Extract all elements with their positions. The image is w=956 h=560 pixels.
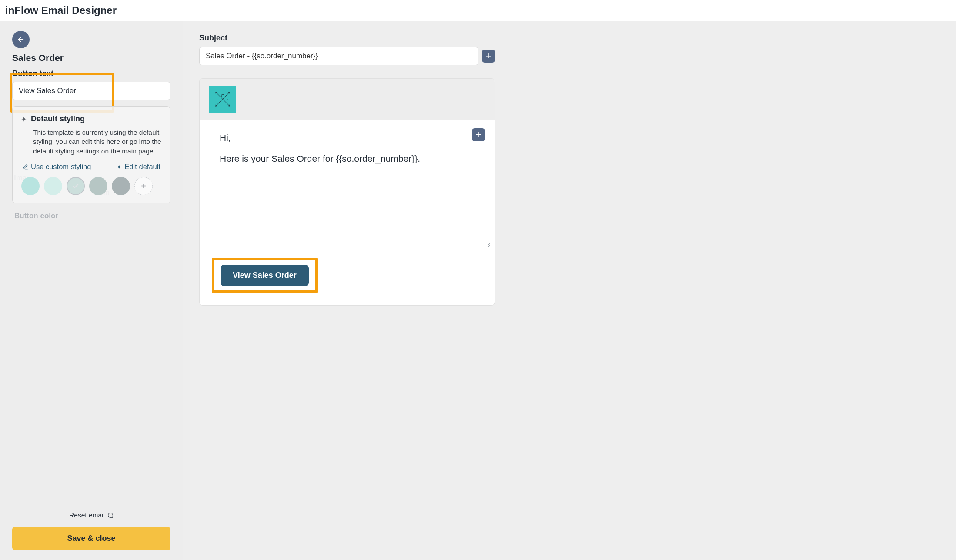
button-text-input[interactable] bbox=[12, 82, 170, 100]
save-close-button[interactable]: Save & close bbox=[12, 527, 170, 550]
reset-email-link[interactable]: Reset email bbox=[69, 511, 114, 519]
insert-variable-body[interactable]: + bbox=[472, 128, 485, 141]
subject-block: Subject + bbox=[199, 33, 495, 65]
custom-styling-link[interactable]: Use custom styling bbox=[22, 163, 91, 171]
ghost-label-button-color: Button color bbox=[14, 212, 58, 220]
plus-icon: + bbox=[141, 181, 146, 191]
cta-wrap: View Sales Order bbox=[200, 250, 495, 305]
edit-default-label: Edit default bbox=[124, 163, 160, 171]
subject-row: + bbox=[199, 47, 495, 65]
swatch-3-selected[interactable] bbox=[67, 177, 85, 195]
svg-point-7 bbox=[221, 94, 224, 97]
svg-text:S: S bbox=[227, 99, 228, 101]
template-name: Sales Order bbox=[12, 53, 170, 63]
swatch-1[interactable] bbox=[21, 177, 40, 195]
styling-links: Use custom styling ✦ Edit default bbox=[21, 163, 161, 171]
check-icon bbox=[72, 183, 79, 190]
swatch-4[interactable] bbox=[89, 177, 107, 195]
svg-text:E: E bbox=[217, 99, 218, 101]
pencil-icon bbox=[22, 164, 28, 170]
button-text-label: Button text bbox=[12, 69, 170, 78]
preview-canvas: Subject + E S bbox=[183, 21, 956, 560]
swatch-5[interactable] bbox=[112, 177, 130, 195]
edit-default-link[interactable]: ✦ Edit default bbox=[117, 163, 160, 171]
company-logo: E S bbox=[209, 86, 236, 113]
app-header: inFlow Email Designer bbox=[0, 0, 956, 21]
arrow-left-icon bbox=[17, 36, 25, 43]
styling-title-row: ✦ Default styling bbox=[21, 114, 161, 123]
email-header: E S bbox=[200, 79, 495, 120]
swatch-2[interactable] bbox=[44, 177, 62, 195]
sparkle-icon: ✦ bbox=[21, 116, 27, 123]
color-swatches: + bbox=[21, 177, 161, 195]
sparkle-icon: ✦ bbox=[117, 163, 122, 170]
add-swatch[interactable]: + bbox=[134, 177, 153, 195]
reset-label: Reset email bbox=[69, 511, 105, 519]
refresh-icon bbox=[107, 512, 114, 518]
subject-input[interactable] bbox=[199, 47, 478, 65]
body-line: Here is your Sales Order for {{so.order_… bbox=[220, 153, 475, 164]
custom-styling-label: Use custom styling bbox=[31, 163, 91, 171]
subject-label: Subject bbox=[199, 33, 495, 43]
styling-description: This template is currently using the def… bbox=[33, 128, 161, 156]
greeting-text: Hi, bbox=[220, 133, 475, 143]
logo-crossed-arrows-icon: E S bbox=[213, 89, 233, 109]
sidebar: Sales Order Button text Ima ium Button c… bbox=[0, 21, 183, 560]
sidebar-footer: Reset email Save & close bbox=[12, 511, 170, 550]
back-button[interactable] bbox=[12, 31, 30, 48]
cta-button[interactable]: View Sales Order bbox=[221, 265, 309, 286]
svg-line-12 bbox=[489, 247, 490, 247]
email-preview-card: E S + Hi, Here is your Sales Order for {… bbox=[199, 78, 495, 306]
styling-panel: ✦ Default styling This template is curre… bbox=[12, 106, 170, 203]
insert-variable-subject[interactable]: + bbox=[482, 50, 495, 63]
styling-title: Default styling bbox=[31, 114, 85, 123]
app-title: inFlow Email Designer bbox=[5, 4, 949, 17]
email-body[interactable]: + Hi, Here is your Sales Order for {{so.… bbox=[200, 120, 495, 250]
main-area: Sales Order Button text Ima ium Button c… bbox=[0, 21, 956, 560]
annotation-highlight-cta: View Sales Order bbox=[212, 258, 318, 293]
resize-handle-icon[interactable] bbox=[485, 242, 490, 247]
